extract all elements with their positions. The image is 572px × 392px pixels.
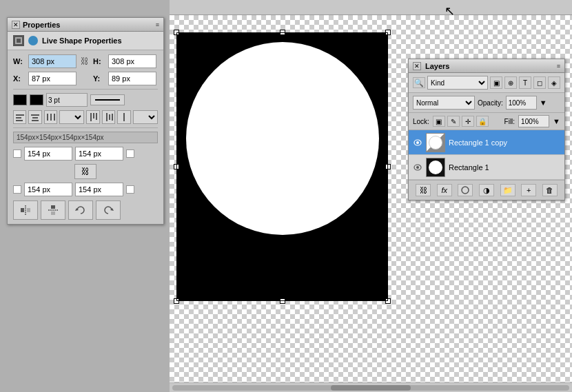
layers-folder-btn[interactable]: 📁 [500,184,515,196]
align-bottom-btn[interactable] [117,110,130,124]
filter-shape-icon[interactable]: ◻ [533,76,546,89]
corner-tl-checkbox[interactable] [13,149,21,158]
layer-item[interactable]: Rectangle 1 [409,155,564,180]
y-input[interactable] [108,72,156,85]
properties-expand-btn[interactable]: ≡ [156,21,159,28]
align-left-btn[interactable] [13,110,26,124]
layer-visibility-icon[interactable] [413,163,422,172]
layer-item[interactable]: Rectangle 1 copy [409,130,564,155]
layers-new-layer-btn[interactable]: + [521,184,536,196]
layers-filter-select[interactable]: Kind [427,76,488,90]
opacity-arrow[interactable]: ▼ [540,99,547,107]
handle-bl[interactable] [174,298,179,304]
layers-lock-row: Lock: ▣ ✎ ✛ 🔒 Fill: ▼ [409,113,564,130]
flip-h-btn[interactable] [13,200,38,220]
properties-close-btn[interactable]: ✕ [12,21,20,29]
corner-tl-input[interactable] [24,147,72,161]
align-middle-btn[interactable] [102,110,115,124]
stroke-row [13,93,158,107]
stroke-color-swatch[interactable] [30,94,43,105]
align-select[interactable] [59,110,84,124]
y-label: Y: [93,74,105,83]
fill-color-swatch[interactable] [13,94,27,105]
handle-bm[interactable] [280,298,285,304]
handle-tl[interactable] [174,30,179,35]
handle-br[interactable] [385,298,391,304]
search-icon: 🔍 [413,77,425,88]
rotate-ccw-btn[interactable] [68,200,93,220]
layers-mask-btn[interactable] [458,184,473,196]
corner-bl-checkbox[interactable] [13,185,21,194]
lock-icons: ▣ ✎ ✛ 🔒 [433,116,489,127]
layers-new-fill-btn[interactable]: ◑ [479,184,494,196]
layer-thumbnail [426,133,445,152]
filter-smart-icon[interactable]: ◈ [548,76,560,89]
handle-tm[interactable] [280,30,285,35]
wh-link-icon[interactable]: ⛓ [79,56,90,67]
blend-mode-select[interactable]: Normal [413,96,475,110]
layer-visibility-icon[interactable] [413,138,422,147]
layers-close-btn[interactable]: ✕ [413,62,421,70]
canvas-bottom-scrollbar[interactable] [170,382,572,392]
svg-rect-1 [16,117,21,118]
artboard-circle [186,42,379,235]
lock-pixel-btn[interactable]: ▣ [433,116,445,127]
svg-rect-3 [31,114,39,116]
svg-rect-15 [123,113,125,121]
opacity-label: Opacity: [478,99,503,107]
layers-link-btn[interactable]: ⛓ [416,184,431,196]
scrollbar-track[interactable] [172,385,569,391]
filter-pixel-icon[interactable]: ▣ [490,76,502,89]
artboard[interactable] [176,32,388,301]
rotate-cw-btn[interactable] [96,200,121,220]
filter-adjust-icon[interactable]: ⊕ [504,76,517,89]
corner-tr-checkbox[interactable] [126,149,134,158]
align-distribute-btn[interactable] [44,110,57,124]
corner-bl-input[interactable] [24,183,72,196]
lock-paint-btn[interactable]: ✎ [447,116,460,127]
svg-rect-17 [27,208,30,212]
lock-label: Lock: [413,118,429,125]
lock-all-btn[interactable]: 🔒 [476,116,489,127]
stroke-style-selector[interactable] [90,94,125,105]
corner-br-checkbox[interactable] [126,185,134,194]
align-select2[interactable] [133,110,158,124]
fill-input[interactable] [518,115,549,127]
svg-rect-9 [90,113,92,121]
svg-rect-0 [16,114,24,116]
fill-arrow[interactable]: ▼ [553,117,560,125]
scrollbar-thumb[interactable] [331,385,410,391]
corner-br-input[interactable] [75,183,123,196]
svg-rect-7 [50,114,52,121]
lock-move-btn[interactable]: ✛ [462,116,474,127]
layer-name: Rectangle 1 [449,163,489,172]
height-input[interactable] [108,54,156,68]
layers-filter-icons: ▣ ⊕ T ◻ ◈ [490,76,560,89]
svg-rect-8 [54,114,55,121]
corner-row-top [13,147,158,161]
svg-rect-5 [32,120,39,121]
layers-delete-btn[interactable]: 🗑 [542,184,558,196]
handle-mr[interactable] [385,164,391,169]
corner-tr-input[interactable] [75,147,123,161]
x-input[interactable] [28,72,76,85]
layers-list: Rectangle 1 copy Rectangle 1 [409,130,564,180]
flip-v-btn[interactable] [41,200,65,220]
handle-tr[interactable] [385,30,391,35]
align-top-btn[interactable] [86,110,99,124]
shape-btn-row [13,200,158,220]
properties-title: Properties [23,21,60,29]
opacity-input[interactable] [506,96,537,110]
cursor: ↖ [445,3,455,19]
layers-collapse-btn[interactable]: ≡ [557,63,560,70]
align-row [13,110,158,124]
svg-rect-11 [96,113,97,120]
filter-type-icon[interactable]: T [519,76,531,89]
align-center-btn[interactable] [28,110,41,124]
corners-link-btn[interactable]: ⛓ [74,164,96,179]
stroke-size-input[interactable] [46,93,88,107]
properties-titlebar: ✕ Properties ≡ [8,18,163,32]
width-input[interactable] [28,54,76,68]
layers-fx-btn[interactable]: fx [437,184,452,196]
handle-ml[interactable] [174,164,179,169]
